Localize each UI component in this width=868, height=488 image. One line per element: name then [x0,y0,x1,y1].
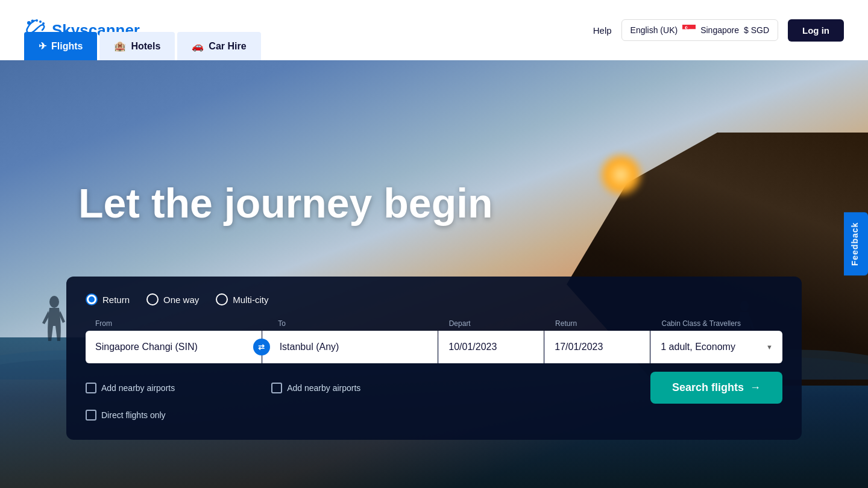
svg-point-2 [36,19,38,22]
search-flights-label: Search flights [672,381,744,394]
cabin-value: 1 adult, Economy [661,342,735,352]
to-value: Istanbul (Any) [280,342,339,352]
tab-flights[interactable]: ✈ Flights [24,32,97,60]
radio-return[interactable]: Return [86,293,130,305]
cabin-label: Cabin Class & Travellers [662,319,741,328]
checkboxes-area: Add nearby airports Add nearby airports [86,383,360,393]
help-link[interactable]: Help [593,25,612,36]
tab-flights-label: Flights [51,41,83,52]
locale-lang: English (UK) [631,25,678,35]
nearby-airports-from[interactable]: Add nearby airports [86,383,175,393]
header: Skyscanner ✈ Flights 🏨 Hotels 🚗 Car Hire… [0,0,868,60]
car-icon: 🚗 [192,40,204,52]
flag-icon [682,25,696,36]
radio-return-label: Return [102,295,130,305]
nearby-from-checkbox [86,383,96,393]
return-input[interactable]: 17/01/2023 [544,331,650,363]
nearby-to-label: Add nearby airports [287,383,360,393]
from-field-wrapper: Singapore Changi (SIN) ⇄ [86,331,262,363]
arrow-right-icon: → [750,381,761,394]
trip-type-row: Return One way Multi-city [86,293,782,305]
login-button[interactable]: Log in [788,19,844,42]
search-panel: Return One way Multi-city From To Depart [66,277,802,440]
nearby-airports-to[interactable]: Add nearby airports [271,383,360,393]
radio-one-way-circle [146,293,159,305]
hero-section: Let the journey begin Return One way Mul… [0,60,868,488]
svg-point-4 [42,22,45,25]
chevron-down-icon: ▼ [766,343,773,351]
depart-value: 10/01/2023 [448,342,497,352]
from-label: From [95,319,112,328]
cabin-input[interactable]: 1 adult, Economy ▼ [650,331,782,363]
from-input[interactable]: Singapore Changi (SIN) [86,331,262,363]
hero-title: Let the journey begin [78,181,493,226]
direct-flights-checkbox [86,410,96,421]
locale-country: Singapore [700,25,739,35]
bottom-row: Add nearby airports Add nearby airports … [86,372,782,404]
to-field-wrapper: Istanbul (Any) [262,331,438,363]
depart-label: Depart [449,319,471,328]
to-input[interactable]: Istanbul (Any) [262,331,438,363]
tab-hotels-label: Hotels [131,41,160,52]
search-fields-row: Singapore Changi (SIN) ⇄ Istanbul (Any) … [86,331,782,363]
locale-button[interactable]: English (UK) Singapore $ [621,19,778,41]
nearby-to-checkbox [271,383,282,393]
direct-flights-label: Direct flights only [101,410,166,420]
tab-car-hire-label: Car Hire [209,41,246,52]
direct-flights-option[interactable]: Direct flights only [86,410,782,421]
from-value: Singapore Changi (SIN) [95,342,198,352]
radio-multi-city[interactable]: Multi-city [216,293,268,305]
svg-rect-12 [682,30,696,34]
radio-one-way[interactable]: One way [146,293,199,305]
cabin-field-wrapper: 1 adult, Economy ▼ [650,331,782,363]
svg-point-1 [31,19,34,22]
tab-hotels[interactable]: 🏨 Hotels [99,32,175,60]
radio-multi-city-circle [216,293,228,305]
return-field-wrapper: 17/01/2023 [544,331,650,363]
svg-rect-11 [682,25,696,30]
header-right: Help English (UK) S [593,19,844,42]
svg-point-0 [27,21,31,25]
plane-icon: ✈ [39,40,46,52]
return-value: 17/01/2023 [555,342,603,352]
depart-input[interactable]: 10/01/2023 [438,331,544,363]
search-flights-button[interactable]: Search flights → [650,372,782,404]
depart-field-wrapper: 10/01/2023 [438,331,544,363]
radio-return-circle [86,293,98,305]
radio-multi-city-label: Multi-city [233,295,268,305]
locale-currency: $ SGD [744,25,769,35]
tab-car-hire[interactable]: 🚗 Car Hire [177,32,260,60]
hotel-icon: 🏨 [114,40,126,52]
svg-point-3 [39,20,42,23]
to-label: To [278,319,286,328]
svg-point-16 [49,296,59,308]
field-labels-row: From To Depart Return Cabin Class & Trav… [86,318,782,328]
feedback-tab[interactable]: Feedback [844,213,868,276]
return-label: Return [555,319,577,328]
radio-one-way-label: One way [163,295,199,305]
swap-button[interactable]: ⇄ [253,339,270,355]
hero-sun [597,151,645,199]
nearby-from-label: Add nearby airports [101,383,175,393]
